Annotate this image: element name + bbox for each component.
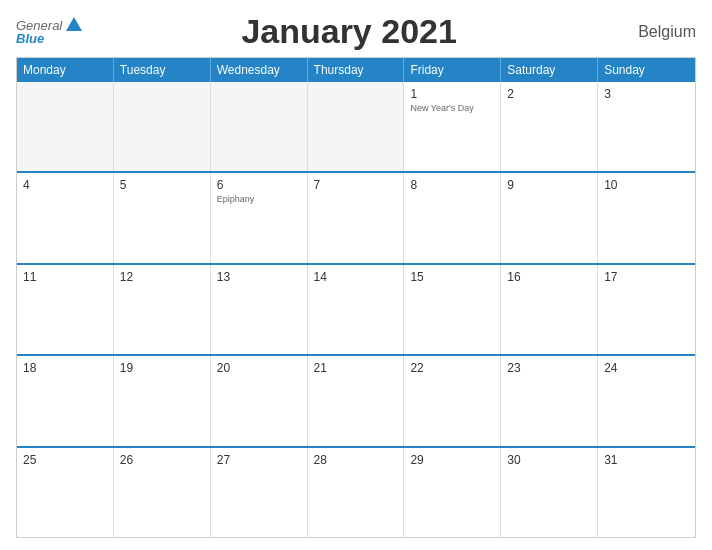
day-cell: 31 bbox=[598, 448, 695, 537]
day-number: 19 bbox=[120, 361, 204, 375]
day-cell bbox=[17, 82, 114, 171]
day-cell: 21 bbox=[308, 356, 405, 445]
day-headers-row: MondayTuesdayWednesdayThursdayFridaySatu… bbox=[17, 58, 695, 82]
day-number: 12 bbox=[120, 270, 204, 284]
day-header-wednesday: Wednesday bbox=[211, 58, 308, 82]
day-header-tuesday: Tuesday bbox=[114, 58, 211, 82]
day-number: 31 bbox=[604, 453, 689, 467]
day-number: 26 bbox=[120, 453, 204, 467]
day-number: 3 bbox=[604, 87, 689, 101]
weeks-container: 1New Year's Day23456Epiphany789101112131… bbox=[17, 82, 695, 537]
day-cell: 22 bbox=[404, 356, 501, 445]
day-number: 13 bbox=[217, 270, 301, 284]
day-number: 11 bbox=[23, 270, 107, 284]
day-cell: 26 bbox=[114, 448, 211, 537]
day-cell: 10 bbox=[598, 173, 695, 262]
day-number: 5 bbox=[120, 178, 204, 192]
day-cell: 25 bbox=[17, 448, 114, 537]
week-row-2: 456Epiphany78910 bbox=[17, 171, 695, 262]
day-cell: 19 bbox=[114, 356, 211, 445]
day-number: 4 bbox=[23, 178, 107, 192]
day-cell: 4 bbox=[17, 173, 114, 262]
day-number: 23 bbox=[507, 361, 591, 375]
day-number: 22 bbox=[410, 361, 494, 375]
day-number: 16 bbox=[507, 270, 591, 284]
day-number: 30 bbox=[507, 453, 591, 467]
day-cell: 13 bbox=[211, 265, 308, 354]
logo-blue-text: Blue bbox=[16, 32, 44, 45]
day-cell: 2 bbox=[501, 82, 598, 171]
week-row-1: 1New Year's Day23 bbox=[17, 82, 695, 171]
day-header-monday: Monday bbox=[17, 58, 114, 82]
day-number: 15 bbox=[410, 270, 494, 284]
day-number: 14 bbox=[314, 270, 398, 284]
day-number: 25 bbox=[23, 453, 107, 467]
day-cell: 17 bbox=[598, 265, 695, 354]
day-number: 21 bbox=[314, 361, 398, 375]
day-cell: 9 bbox=[501, 173, 598, 262]
day-cell: 1New Year's Day bbox=[404, 82, 501, 171]
day-header-sunday: Sunday bbox=[598, 58, 695, 82]
day-header-thursday: Thursday bbox=[308, 58, 405, 82]
day-cell: 15 bbox=[404, 265, 501, 354]
day-number: 6 bbox=[217, 178, 301, 192]
day-number: 18 bbox=[23, 361, 107, 375]
day-cell: 3 bbox=[598, 82, 695, 171]
week-row-5: 25262728293031 bbox=[17, 446, 695, 537]
day-number: 24 bbox=[604, 361, 689, 375]
day-number: 28 bbox=[314, 453, 398, 467]
day-cell: 20 bbox=[211, 356, 308, 445]
calendar-grid: MondayTuesdayWednesdayThursdayFridaySatu… bbox=[16, 57, 696, 538]
day-number: 2 bbox=[507, 87, 591, 101]
day-cell: 18 bbox=[17, 356, 114, 445]
day-cell: 12 bbox=[114, 265, 211, 354]
calendar-page: General Blue January 2021 Belgium Monday… bbox=[0, 0, 712, 550]
day-header-friday: Friday bbox=[404, 58, 501, 82]
day-cell: 28 bbox=[308, 448, 405, 537]
logo-general-text: General bbox=[16, 19, 62, 32]
day-number: 8 bbox=[410, 178, 494, 192]
day-cell: 23 bbox=[501, 356, 598, 445]
logo: General Blue bbox=[16, 18, 82, 45]
day-number: 1 bbox=[410, 87, 494, 101]
country-label: Belgium bbox=[616, 23, 696, 41]
day-number: 10 bbox=[604, 178, 689, 192]
day-cell: 30 bbox=[501, 448, 598, 537]
day-cell: 16 bbox=[501, 265, 598, 354]
day-number: 20 bbox=[217, 361, 301, 375]
day-cell: 14 bbox=[308, 265, 405, 354]
day-cell bbox=[308, 82, 405, 171]
day-cell: 5 bbox=[114, 173, 211, 262]
day-cell: 27 bbox=[211, 448, 308, 537]
day-header-saturday: Saturday bbox=[501, 58, 598, 82]
day-cell: 11 bbox=[17, 265, 114, 354]
day-number: 7 bbox=[314, 178, 398, 192]
page-title: January 2021 bbox=[82, 12, 616, 51]
week-row-4: 18192021222324 bbox=[17, 354, 695, 445]
day-holiday: Epiphany bbox=[217, 194, 301, 205]
day-number: 27 bbox=[217, 453, 301, 467]
day-cell bbox=[114, 82, 211, 171]
day-cell: 8 bbox=[404, 173, 501, 262]
day-cell: 24 bbox=[598, 356, 695, 445]
day-cell bbox=[211, 82, 308, 171]
day-cell: 7 bbox=[308, 173, 405, 262]
calendar-header: General Blue January 2021 Belgium bbox=[16, 12, 696, 51]
day-number: 9 bbox=[507, 178, 591, 192]
week-row-3: 11121314151617 bbox=[17, 263, 695, 354]
day-cell: 6Epiphany bbox=[211, 173, 308, 262]
day-cell: 29 bbox=[404, 448, 501, 537]
day-number: 17 bbox=[604, 270, 689, 284]
day-number: 29 bbox=[410, 453, 494, 467]
day-holiday: New Year's Day bbox=[410, 103, 494, 114]
logo-triangle-icon bbox=[66, 17, 82, 31]
